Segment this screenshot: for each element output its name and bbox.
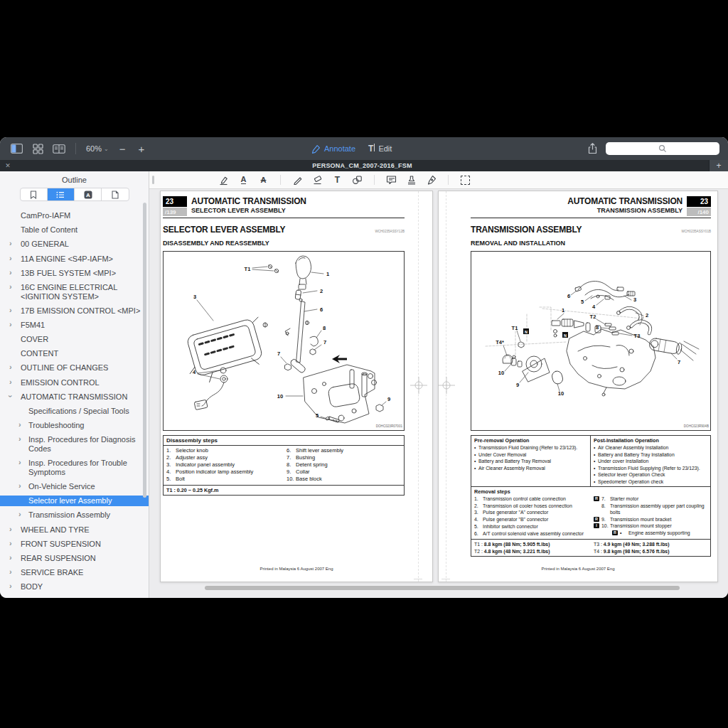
svg-text:A: A: [86, 191, 90, 198]
disclosure-chevron-icon[interactable]: [9, 268, 16, 277]
page-left[interactable]: 23 /139 AUTOMATIC TRANSMISSION SELECTOR …: [160, 191, 433, 582]
outline-item-label: OUTLINE OF CHANGES: [21, 363, 108, 372]
main-area: Outline A C: [0, 171, 728, 598]
callout-1: 1: [326, 271, 329, 277]
page-footer: Printed in Malaysia 6 August 2007 Eng: [161, 567, 432, 571]
underline-icon[interactable]: A: [237, 174, 250, 186]
zoom-out-button[interactable]: −: [117, 144, 128, 154]
document-tab-title[interactable]: PERSONA_CM_2007-2016_FSM: [16, 160, 709, 171]
outline-item[interactable]: REAR SUSPENSION: [0, 553, 149, 564]
section-title: SELECTOR LEVER ASSEMBLY: [163, 225, 285, 235]
search-input[interactable]: [606, 142, 719, 155]
edit-mode-button[interactable]: T Edit: [368, 144, 392, 154]
disclosure-chevron-icon[interactable]: [18, 420, 26, 429]
shapes-icon[interactable]: [351, 174, 363, 186]
disclosure-chevron-icon[interactable]: [9, 363, 16, 371]
document-area: A A T: [149, 171, 728, 598]
torque-label: T1 :: [166, 487, 176, 493]
outline-item-label: REAR SUSPENSION: [21, 554, 96, 562]
disclosure-chevron-icon[interactable]: [9, 567, 16, 576]
disclosure-chevron-icon[interactable]: [9, 254, 16, 262]
post-installation-title: Post-Installation Operation: [594, 437, 707, 444]
outline-item-label: EXTERIOR: [21, 596, 60, 598]
close-tab-icon[interactable]: ✕: [0, 160, 16, 171]
disclosure-chevron-icon[interactable]: [18, 510, 26, 518]
note-comment-icon[interactable]: [385, 174, 397, 186]
text-tool-icon[interactable]: T: [331, 174, 343, 186]
page-view-icon[interactable]: [53, 142, 65, 155]
disclosure-chevron-icon[interactable]: [9, 553, 16, 562]
disclosure-chevron-icon[interactable]: [9, 525, 16, 533]
outline-item[interactable]: 11A ENGINE <S4P-IAFM>: [0, 254, 149, 264]
toolbar-drag-handle[interactable]: [152, 176, 154, 184]
sidebar-scrollbar[interactable]: [143, 203, 146, 498]
outline-item[interactable]: Table of Content: [0, 225, 149, 235]
removal-step: 1.Transmission control cable connection: [474, 496, 588, 502]
horizontal-scrollbar[interactable]: [205, 586, 680, 590]
disclosure-chevron-icon[interactable]: [9, 306, 16, 314]
outline-item[interactable]: CamPro-IAFM: [0, 210, 149, 221]
disclosure-chevron-icon[interactable]: [9, 582, 16, 590]
outline-item[interactable]: COVER: [0, 334, 149, 345]
strikethrough-icon[interactable]: A: [257, 174, 269, 186]
tab-outline[interactable]: [48, 188, 75, 200]
outline-item[interactable]: Selector lever Assembly: [0, 496, 149, 506]
outline-item[interactable]: Insp. Procedures for Diagnosis Codes: [0, 434, 149, 454]
zoom-in-button[interactable]: +: [136, 144, 147, 154]
callout-2: 2: [646, 312, 648, 318]
eraser-icon[interactable]: [311, 174, 323, 186]
outline-item[interactable]: Transmission Assembly: [0, 510, 149, 520]
torque-column-2: T3 : 4.9 kgm (49 Nm; 3.288 ft.lbs)T4 : 9…: [591, 540, 710, 556]
pre-removal-list: Transmission Fluid Draining (Refer to 23…: [474, 444, 587, 471]
outline-item[interactable]: EXTERIOR: [0, 596, 149, 598]
outline-item[interactable]: 13B FUEL SYSTEM <MPI>: [0, 268, 149, 279]
callout-9: 9: [516, 382, 519, 388]
share-icon[interactable]: [586, 142, 599, 155]
add-tab-button[interactable]: +: [709, 160, 728, 171]
selection-icon[interactable]: [459, 174, 471, 186]
stamp-icon[interactable]: [405, 174, 417, 186]
outline-item[interactable]: CONTENT: [0, 348, 149, 359]
figure-code: DOHC023R07001: [376, 424, 403, 428]
disclosure-chevron-icon[interactable]: [9, 239, 16, 247]
signature-pen-icon[interactable]: [425, 174, 437, 186]
sidebar-toggle-icon[interactable]: [10, 142, 23, 155]
outline-item[interactable]: Troubleshooting: [0, 420, 149, 431]
tab-bookmarks[interactable]: [21, 188, 48, 200]
outline-item[interactable]: 16C ENGINE ELECTRICAL <IGNITION SYSTEM>: [0, 282, 149, 301]
disclosure-chevron-icon[interactable]: [9, 596, 16, 598]
outline-item[interactable]: FRONT SUSPENSION: [0, 539, 149, 550]
post-installation-list: Air Cleaner Assembly InstallationBattery…: [594, 444, 707, 485]
disclosure-chevron-icon[interactable]: [18, 481, 26, 490]
torque-value: 0.20 ~ 0.25 Kgf.m: [177, 487, 219, 493]
disclosure-chevron-icon[interactable]: [18, 434, 26, 443]
outline-item[interactable]: Insp. Procedures for Trouble Symptoms: [0, 458, 149, 477]
tab-annotations[interactable]: A: [75, 188, 102, 200]
outline-item[interactable]: WHEEL AND TYRE: [0, 525, 149, 535]
disclosure-chevron-icon[interactable]: [18, 458, 26, 466]
annotate-mode-button[interactable]: Annotate: [311, 144, 355, 154]
outline-item[interactable]: BODY: [0, 582, 149, 592]
thumbnails-grid-icon[interactable]: [31, 142, 44, 155]
page-right[interactable]: AUTOMATIC TRANSMISSION TRANSMISSION ASSE…: [438, 191, 718, 582]
torque-row: T1 : 8.8 kgm (88 Nm; 5.905 ft.lbs): [474, 541, 588, 547]
highlight-icon[interactable]: [218, 174, 230, 186]
disclosure-chevron-icon[interactable]: [9, 320, 16, 328]
outline-item[interactable]: OUTLINE OF CHANGES: [0, 363, 149, 373]
pencil-icon[interactable]: [291, 174, 304, 186]
outline-item[interactable]: EMISSION CONTROL: [0, 378, 149, 388]
tab-pages[interactable]: [102, 188, 128, 200]
disclosure-chevron-icon[interactable]: [9, 392, 16, 400]
disclosure-chevron-icon[interactable]: [9, 378, 16, 386]
outline-item[interactable]: 17B EMISSION CONTROL <MPI>: [0, 306, 149, 316]
operation-item: Battery and Battery Tray Removal: [474, 458, 587, 464]
zoom-level-select[interactable]: 60% ⌄: [86, 144, 109, 153]
disclosure-chevron-icon[interactable]: [9, 282, 16, 291]
outline-item[interactable]: AUTOMATIC TRANSMISSION: [0, 392, 149, 402]
outline-item[interactable]: Specifications / Special Tools: [0, 406, 149, 417]
outline-item[interactable]: F5M41: [0, 320, 149, 331]
disclosure-chevron-icon[interactable]: [9, 539, 16, 547]
outline-item[interactable]: On-Vehicle Service: [0, 481, 149, 492]
outline-item[interactable]: 00 GENERAL: [0, 239, 149, 250]
outline-item[interactable]: SERVICE BRAKE: [0, 567, 149, 578]
